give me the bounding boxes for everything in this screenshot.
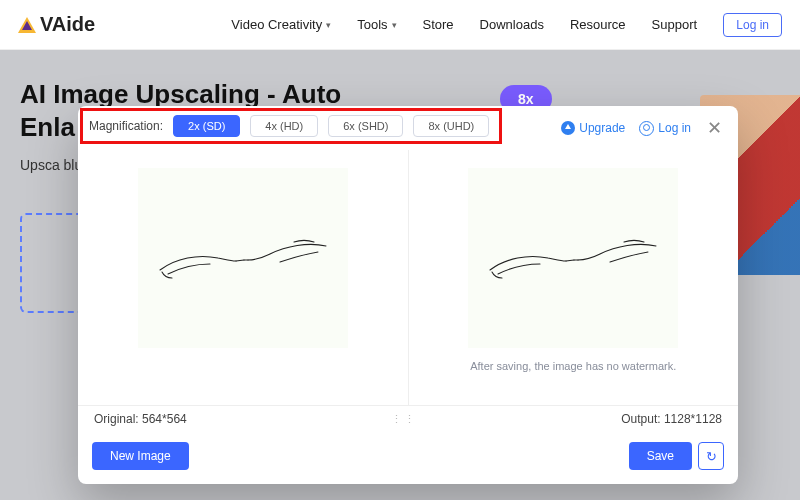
chevron-down-icon: ▾ [326,20,331,30]
dimensions-row: Original: 564*564 ⋮⋮ Output: 1128*1128 [78,405,738,432]
nav-tools[interactable]: Tools▾ [357,17,396,32]
original-image [138,168,348,348]
nav-store[interactable]: Store [423,17,454,32]
hands-sketch-icon [488,228,658,288]
save-button[interactable]: Save [629,442,692,470]
login-button[interactable]: Log in [723,13,782,37]
chevron-down-icon: ▾ [392,20,397,30]
modal-login-link[interactable]: Log in [639,121,691,136]
modal-footer: New Image Save ↻ [78,432,738,484]
magnification-label: Magnification: [89,119,163,133]
upscale-modal: Magnification: 2x (SD) 4x (HD) 6x (SHD) … [78,106,738,484]
mag-option-6x[interactable]: 6x (SHD) [328,115,403,137]
compare-handle-icon[interactable]: ⋮⋮ [391,413,417,426]
hands-sketch-icon [158,228,328,288]
upgrade-icon [561,121,575,135]
history-icon[interactable]: ↻ [698,442,724,470]
original-panel [78,150,409,405]
watermark-note: After saving, the image has no watermark… [470,360,676,372]
modal-header: Magnification: 2x (SD) 4x (HD) 6x (SHD) … [78,106,738,150]
nav-downloads[interactable]: Downloads [480,17,544,32]
nav-support[interactable]: Support [652,17,698,32]
nav-items: Video Creativity▾ Tools▾ Store Downloads… [205,17,723,32]
mag-option-8x[interactable]: 8x (UHD) [413,115,489,137]
magnification-row: Magnification: 2x (SD) 4x (HD) 6x (SHD) … [80,108,502,144]
upgrade-link[interactable]: Upgrade [561,121,625,135]
brand-logo[interactable]: VAide [18,13,95,36]
brand-text: VAide [40,13,95,36]
nav-resource[interactable]: Resource [570,17,626,32]
preview-panels: After saving, the image has no watermark… [78,150,738,405]
close-icon[interactable]: ✕ [705,117,724,139]
output-image [468,168,678,348]
original-dimensions: Original: 564*564 [94,412,187,426]
logo-mark-icon [18,17,36,33]
mag-option-4x[interactable]: 4x (HD) [250,115,318,137]
new-image-button[interactable]: New Image [92,442,189,470]
output-panel: After saving, the image has no watermark… [409,150,739,405]
nav-video-creativity[interactable]: Video Creativity▾ [231,17,331,32]
output-dimensions: Output: 1128*1128 [621,412,722,426]
mag-option-2x[interactable]: 2x (SD) [173,115,240,137]
top-nav: VAide Video Creativity▾ Tools▾ Store Dow… [0,0,800,50]
user-icon [639,121,654,136]
